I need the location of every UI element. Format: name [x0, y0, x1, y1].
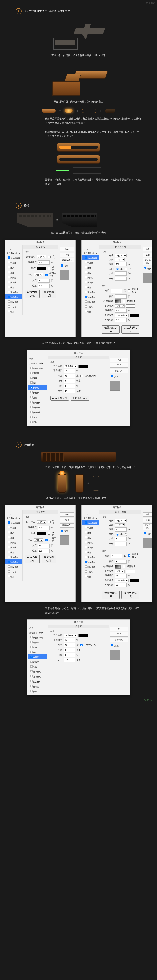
step4-number: 4 [16, 442, 22, 448]
figure-gun-bronze [16, 62, 141, 96]
figure-launcher-top [16, 143, 141, 151]
stock-black [62, 213, 97, 227]
grip-outline [93, 476, 99, 491]
new-style-button[interactable]: 新建样式... [60, 258, 74, 262]
ok-button[interactable]: 确定 [143, 247, 152, 251]
ok-button[interactable]: 确定 [110, 358, 128, 362]
figure-gun-gray [16, 18, 141, 50]
step2-header: 2 为了方便枪身主体是用各种图形拼接而成 [16, 8, 141, 14]
watermark-bottom: 站 长 素 材 [144, 698, 155, 701]
grip-fire [58, 474, 66, 493]
step3-header: 3 枪托 [16, 203, 141, 208]
caption-4-3: 至于这个黄色的小点点，是画一个这样的图形，吧填充度降低在加个羽实点的内投影，好了… [16, 606, 141, 615]
ok-button[interactable]: 确定 [60, 247, 74, 251]
figure-barrel [16, 452, 141, 462]
new-style-button[interactable]: 新建样式... [143, 258, 152, 265]
caption-2-2: 开始制作弹匣，先来弹簧堆压，像小的丸的东西 [16, 99, 141, 104]
equals-icon: = [59, 109, 61, 113]
dialog-bevel-2: 图层样式 样式 混合选项：默认 斜面和浮雕 等高线 纹理 描边 内阴影 内发光 … [82, 505, 152, 602]
reset-default-button[interactable]: 复位为默认值 [42, 290, 56, 298]
caption-2-4: 然后是能源注射器，这个也是和上图讲过的灯差不多，原理相同，就是表现手法不同了，所… [16, 130, 141, 138]
plus-icon: + [76, 109, 78, 113]
make-default-button[interactable]: 设置为默认值 [25, 290, 40, 298]
step4-title: 内部镀金 [24, 443, 34, 447]
dialog-inner-shadow-2: 图层样式 样式 混合选项：默认 斜面和浮雕 等高线 纹理 描边 内阴影 内发光 … [27, 619, 130, 695]
dialog-style-list: 样式 混合选项：默认 斜面和浮雕 等高线 纹理 描边 内阴影 内发光 光泽 颜色… [5, 245, 22, 315]
equals-icon: = [70, 482, 72, 485]
caption-2-3: 分解开是不是很简单，没什么难的，都是基础拼接而成在把这个小的丸复制出来2个，在他… [16, 116, 141, 126]
dialog-inner-shadow: 图层样式 样式 混合选项：默认 斜面和浮雕 等高线 纹理 描边 内阴影 内发光 … [27, 350, 130, 426]
cancel-button[interactable]: 取消 [60, 253, 74, 257]
stock-gray [18, 213, 53, 227]
dialog-style-list: 样式 混合选项：默认 斜面和浮雕 等高线 纹理 描边 内阴影 内发光 光泽 颜色… [82, 245, 99, 337]
caption-4-1: 看着比较繁琐，分析一下就明朗的多了，只要着1个来复制就可以了。对，开始做这一个 [16, 465, 141, 470]
cancel-button[interactable]: 取消 [110, 363, 128, 368]
plus-icon: + [87, 482, 89, 485]
figure-grips: = + [16, 474, 141, 493]
dialog-bevel: 图层样式 样式 混合选项：默认 斜面和浮雕 等高线 纹理 描边 内阴影 内发光 … [82, 240, 152, 337]
stock-line [106, 220, 139, 220]
cancel-button[interactable]: 取消 [143, 253, 152, 257]
green-line [56, 170, 69, 171]
figure-pills: = + + [16, 108, 141, 113]
plus-icon: + [101, 218, 103, 222]
step3-title: 枪托 [24, 204, 29, 207]
watermark-top: 站长素材 [146, 2, 155, 5]
step2-number: 2 [16, 8, 22, 14]
step4-header: 4 内部镀金 [16, 442, 141, 448]
dialog-title: 图层样式 [82, 240, 152, 245]
figure-launcher-bottom [16, 155, 141, 164]
preview-swatch [60, 270, 69, 280]
pill-glow [64, 109, 73, 113]
pill-outline [82, 108, 96, 113]
pill-dark [105, 109, 115, 113]
equals-icon: = [56, 218, 58, 222]
step3-number: 3 [16, 203, 22, 208]
plus-icon: + [100, 109, 102, 113]
dialog-title: 图层样式 [5, 240, 75, 245]
caption-2-5: 至于这2个绿线，更好做了，形状差不多情况下，给个渐变加个内投影基本就差不多了，后… [16, 177, 141, 186]
green-rect [73, 167, 101, 174]
caption-4-2: 形状我不细给了，直接做效果，这个是用渐变＋浮雕出来的 [16, 496, 141, 501]
dialog-gradient-overlay-2: 图层样式 样式 混合选项：默认 斜面和浮雕 等高线 纹理 描边 内阴影 内发光 … [5, 505, 75, 602]
caption-3-1: 这个形状也比较简单，在这个基础上做个渐变＋浮雕 [16, 231, 141, 235]
caption-2-1: 直接一个大的渐变，样式之后的差不多。浮雕＋描边 [16, 53, 141, 58]
caption-3-2: 而这个剩易根据上面的形状做出来的图形，只是一个简单的内投影就好 [16, 341, 141, 345]
preview-swatch [143, 273, 152, 283]
step2-title: 为了方便枪身主体是用各种图形拼接而成 [24, 10, 70, 13]
new-style-button[interactable]: 新建样式... [110, 369, 128, 373]
pill-bronze [42, 109, 56, 113]
figure-green [16, 167, 141, 174]
figure-stocks: = + [16, 213, 141, 227]
grip-plain [75, 474, 84, 493]
dialog-gradient-overlay: 图层样式 样式 混合选项：默认 斜面和浮雕 等高线 纹理 描边 内阴影 内发光 … [5, 240, 75, 337]
